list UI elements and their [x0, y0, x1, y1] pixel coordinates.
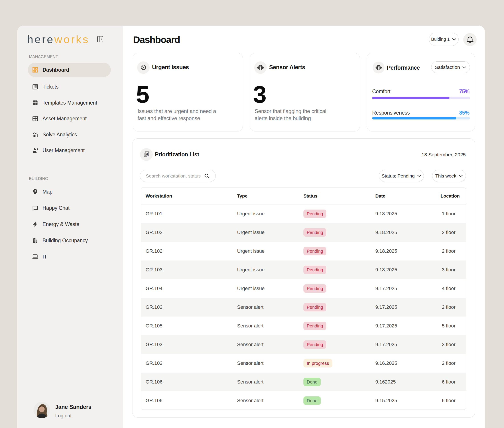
svg-text:3: 3 [146, 152, 148, 156]
